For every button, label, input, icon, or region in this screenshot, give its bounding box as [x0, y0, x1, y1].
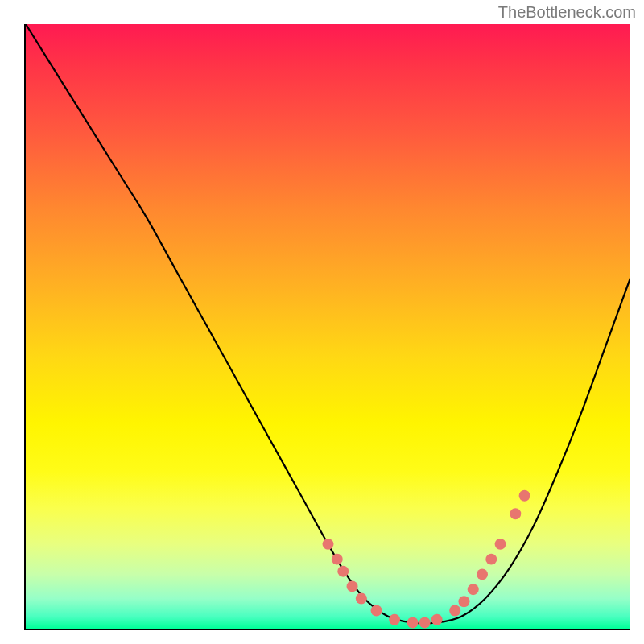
chart-plot-area [24, 24, 630, 630]
chart-gradient-background [26, 24, 630, 629]
attribution-text: TheBottleneck.com [498, 3, 636, 22]
